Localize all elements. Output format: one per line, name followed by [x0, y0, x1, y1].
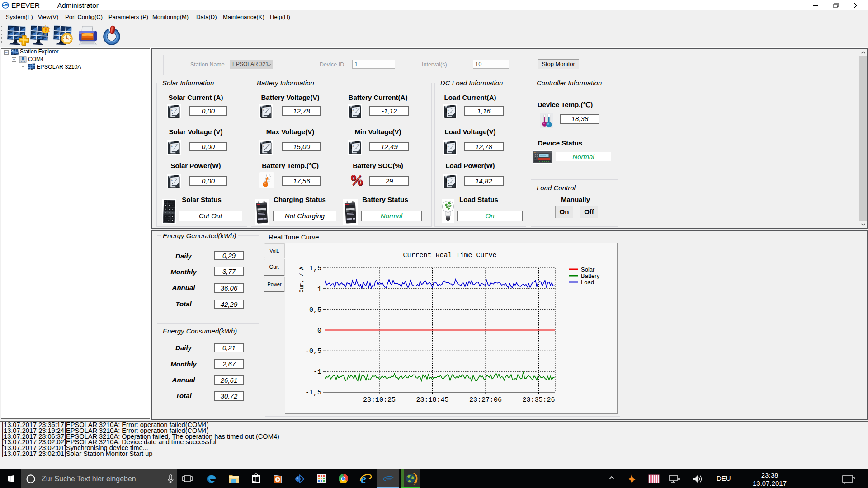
svg-text:Load: Load: [581, 279, 594, 286]
svg-text:0: 0: [317, 327, 321, 335]
svg-text:Solar: Solar: [581, 266, 595, 273]
svg-text:1,5: 1,5: [309, 265, 321, 272]
svg-text:23:35:26: 23:35:26: [522, 396, 555, 404]
svg-text:Cur. / A: Cur. / A: [299, 266, 305, 292]
svg-text:e: e: [361, 472, 366, 486]
svg-text:-1,5: -1,5: [305, 389, 321, 397]
svg-text:23:27:06: 23:27:06: [469, 396, 502, 404]
svg-text:23:18:45: 23:18:45: [416, 396, 448, 404]
svg-text:0,5: 0,5: [309, 306, 321, 314]
svg-text:-1: -1: [313, 368, 321, 376]
svg-text:Battery: Battery: [581, 272, 600, 279]
svg-text:Current Real Time Curve: Current Real Time Curve: [403, 252, 496, 259]
svg-text:1: 1: [317, 286, 321, 293]
svg-text:-0,5: -0,5: [305, 347, 321, 355]
svg-text:23:10:25: 23:10:25: [363, 396, 396, 404]
